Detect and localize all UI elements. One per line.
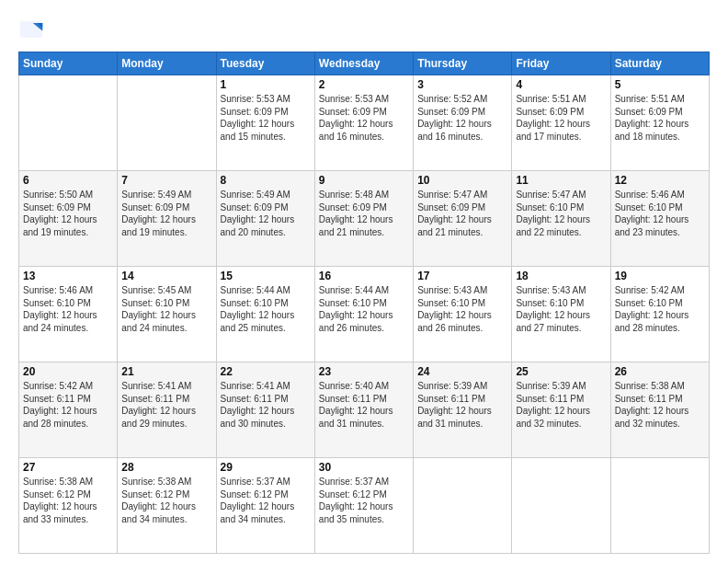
- calendar-cell: 15Sunrise: 5:44 AM Sunset: 6:10 PM Dayli…: [216, 267, 314, 362]
- calendar-cell: 30Sunrise: 5:37 AM Sunset: 6:12 PM Dayli…: [314, 458, 413, 554]
- day-number: 25: [516, 365, 606, 378]
- weekday-header-saturday: Saturday: [610, 52, 709, 75]
- calendar-week-row: 20Sunrise: 5:42 AM Sunset: 6:11 PM Dayli…: [19, 362, 710, 458]
- day-info: Sunrise: 5:53 AM Sunset: 6:09 PM Dayligh…: [221, 93, 311, 143]
- day-info: Sunrise: 5:42 AM Sunset: 6:10 PM Dayligh…: [615, 284, 705, 334]
- weekday-header-monday: Monday: [118, 52, 216, 75]
- day-number: 5: [615, 78, 705, 91]
- weekday-header-tuesday: Tuesday: [216, 52, 314, 75]
- day-number: 4: [516, 78, 606, 91]
- calendar-cell: 26Sunrise: 5:38 AM Sunset: 6:11 PM Dayli…: [610, 362, 709, 458]
- day-number: 21: [121, 365, 211, 378]
- day-number: 23: [319, 365, 409, 378]
- day-info: Sunrise: 5:43 AM Sunset: 6:10 PM Dayligh…: [516, 284, 606, 334]
- day-info: Sunrise: 5:46 AM Sunset: 6:10 PM Dayligh…: [615, 189, 705, 238]
- day-number: 1: [221, 78, 311, 91]
- calendar-cell: 6Sunrise: 5:50 AM Sunset: 6:09 PM Daylig…: [19, 171, 118, 267]
- day-number: 28: [121, 461, 211, 474]
- calendar-cell: [414, 458, 512, 554]
- day-info: Sunrise: 5:50 AM Sunset: 6:09 PM Dayligh…: [23, 189, 113, 238]
- day-number: 16: [319, 270, 409, 282]
- calendar-cell: 2Sunrise: 5:53 AM Sunset: 6:09 PM Daylig…: [314, 75, 413, 171]
- day-number: 24: [417, 365, 507, 378]
- day-info: Sunrise: 5:51 AM Sunset: 6:09 PM Dayligh…: [516, 93, 606, 143]
- day-number: 2: [319, 78, 409, 91]
- day-info: Sunrise: 5:52 AM Sunset: 6:09 PM Dayligh…: [417, 93, 507, 143]
- day-info: Sunrise: 5:38 AM Sunset: 6:12 PM Dayligh…: [121, 476, 211, 525]
- day-info: Sunrise: 5:47 AM Sunset: 6:10 PM Dayligh…: [516, 189, 606, 238]
- calendar-table: SundayMondayTuesdayWednesdayThursdayFrid…: [18, 52, 710, 554]
- calendar-cell: 29Sunrise: 5:37 AM Sunset: 6:12 PM Dayli…: [216, 458, 314, 554]
- day-info: Sunrise: 5:44 AM Sunset: 6:10 PM Dayligh…: [221, 284, 311, 334]
- calendar-week-row: 27Sunrise: 5:38 AM Sunset: 6:12 PM Dayli…: [19, 458, 710, 554]
- day-info: Sunrise: 5:47 AM Sunset: 6:09 PM Dayligh…: [417, 189, 507, 238]
- page-header: [18, 17, 710, 42]
- day-number: 11: [516, 174, 606, 187]
- weekday-header-sunday: Sunday: [19, 52, 118, 75]
- calendar-week-row: 1Sunrise: 5:53 AM Sunset: 6:09 PM Daylig…: [19, 75, 710, 171]
- calendar-cell: 28Sunrise: 5:38 AM Sunset: 6:12 PM Dayli…: [118, 458, 216, 554]
- day-info: Sunrise: 5:41 AM Sunset: 6:11 PM Dayligh…: [221, 380, 311, 430]
- day-number: 3: [417, 78, 507, 91]
- calendar-cell: 5Sunrise: 5:51 AM Sunset: 6:09 PM Daylig…: [610, 75, 709, 171]
- day-number: 13: [23, 270, 113, 282]
- day-number: 30: [319, 461, 409, 474]
- day-info: Sunrise: 5:37 AM Sunset: 6:12 PM Dayligh…: [319, 476, 409, 525]
- calendar-cell: 12Sunrise: 5:46 AM Sunset: 6:10 PM Dayli…: [610, 171, 709, 267]
- day-number: 15: [221, 270, 311, 282]
- calendar-cell: 19Sunrise: 5:42 AM Sunset: 6:10 PM Dayli…: [610, 267, 709, 362]
- calendar-cell: [118, 75, 216, 171]
- calendar-cell: 1Sunrise: 5:53 AM Sunset: 6:09 PM Daylig…: [216, 75, 314, 171]
- calendar-cell: [19, 75, 118, 171]
- calendar-cell: 22Sunrise: 5:41 AM Sunset: 6:11 PM Dayli…: [216, 362, 314, 458]
- day-info: Sunrise: 5:37 AM Sunset: 6:12 PM Dayligh…: [221, 476, 311, 525]
- day-number: 7: [121, 174, 211, 187]
- calendar-cell: 3Sunrise: 5:52 AM Sunset: 6:09 PM Daylig…: [414, 75, 512, 171]
- calendar-cell: 20Sunrise: 5:42 AM Sunset: 6:11 PM Dayli…: [19, 362, 118, 458]
- day-info: Sunrise: 5:49 AM Sunset: 6:09 PM Dayligh…: [221, 189, 311, 238]
- day-info: Sunrise: 5:48 AM Sunset: 6:09 PM Dayligh…: [319, 189, 409, 238]
- day-info: Sunrise: 5:40 AM Sunset: 6:11 PM Dayligh…: [319, 380, 409, 430]
- day-info: Sunrise: 5:43 AM Sunset: 6:10 PM Dayligh…: [417, 284, 507, 334]
- day-number: 20: [23, 365, 113, 378]
- day-info: Sunrise: 5:46 AM Sunset: 6:10 PM Dayligh…: [23, 284, 113, 334]
- logo: [18, 17, 48, 42]
- calendar-cell: 17Sunrise: 5:43 AM Sunset: 6:10 PM Dayli…: [414, 267, 512, 362]
- calendar-cell: 14Sunrise: 5:45 AM Sunset: 6:10 PM Dayli…: [118, 267, 216, 362]
- calendar-cell: 11Sunrise: 5:47 AM Sunset: 6:10 PM Dayli…: [512, 171, 610, 267]
- day-number: 9: [319, 174, 409, 187]
- weekday-header-friday: Friday: [512, 52, 610, 75]
- day-info: Sunrise: 5:49 AM Sunset: 6:09 PM Dayligh…: [121, 189, 211, 238]
- day-number: 29: [221, 461, 311, 474]
- day-info: Sunrise: 5:45 AM Sunset: 6:10 PM Dayligh…: [121, 284, 211, 334]
- day-info: Sunrise: 5:53 AM Sunset: 6:09 PM Dayligh…: [319, 93, 409, 143]
- weekday-header-row: SundayMondayTuesdayWednesdayThursdayFrid…: [19, 52, 710, 75]
- day-info: Sunrise: 5:44 AM Sunset: 6:10 PM Dayligh…: [319, 284, 409, 334]
- calendar-week-row: 6Sunrise: 5:50 AM Sunset: 6:09 PM Daylig…: [19, 171, 710, 267]
- day-number: 12: [615, 174, 705, 187]
- calendar-cell: 25Sunrise: 5:39 AM Sunset: 6:11 PM Dayli…: [512, 362, 610, 458]
- calendar-cell: 21Sunrise: 5:41 AM Sunset: 6:11 PM Dayli…: [118, 362, 216, 458]
- day-number: 6: [23, 174, 113, 187]
- calendar-cell: 7Sunrise: 5:49 AM Sunset: 6:09 PM Daylig…: [118, 171, 216, 267]
- logo-icon: [18, 17, 44, 42]
- day-number: 22: [221, 365, 311, 378]
- day-number: 8: [221, 174, 311, 187]
- weekday-header-thursday: Thursday: [414, 52, 512, 75]
- calendar-cell: 13Sunrise: 5:46 AM Sunset: 6:10 PM Dayli…: [19, 267, 118, 362]
- day-number: 10: [417, 174, 507, 187]
- weekday-header-wednesday: Wednesday: [314, 52, 413, 75]
- day-number: 17: [417, 270, 507, 282]
- day-info: Sunrise: 5:39 AM Sunset: 6:11 PM Dayligh…: [417, 380, 507, 430]
- day-number: 14: [121, 270, 211, 282]
- calendar-cell: 23Sunrise: 5:40 AM Sunset: 6:11 PM Dayli…: [314, 362, 413, 458]
- day-number: 18: [516, 270, 606, 282]
- calendar-week-row: 13Sunrise: 5:46 AM Sunset: 6:10 PM Dayli…: [19, 267, 710, 362]
- calendar-cell: 16Sunrise: 5:44 AM Sunset: 6:10 PM Dayli…: [314, 267, 413, 362]
- day-info: Sunrise: 5:38 AM Sunset: 6:11 PM Dayligh…: [615, 380, 705, 430]
- calendar-cell: [512, 458, 610, 554]
- day-info: Sunrise: 5:42 AM Sunset: 6:11 PM Dayligh…: [23, 380, 113, 430]
- calendar-cell: 10Sunrise: 5:47 AM Sunset: 6:09 PM Dayli…: [414, 171, 512, 267]
- day-info: Sunrise: 5:38 AM Sunset: 6:12 PM Dayligh…: [23, 476, 113, 525]
- day-info: Sunrise: 5:51 AM Sunset: 6:09 PM Dayligh…: [615, 93, 705, 143]
